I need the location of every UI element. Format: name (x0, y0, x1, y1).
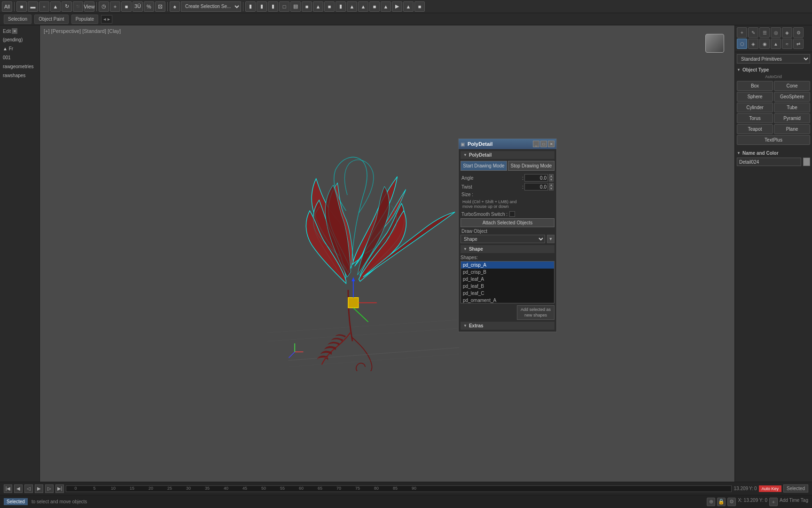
left-item-1[interactable]: ▲ Fr (1, 45, 39, 53)
left-item-2[interactable]: 001 (1, 54, 39, 62)
status-icon-3[interactable]: ⚙ (727, 498, 736, 506)
toolbar-icon-render2[interactable]: ▮ (257, 1, 267, 12)
right-icon-4[interactable]: ▲ (771, 39, 781, 49)
toolbar-icon-snap6[interactable]: ♠ (170, 1, 180, 12)
status-icon-2[interactable]: 🔒 (717, 498, 726, 506)
name-color-header[interactable]: ▼ Name and Color (737, 151, 810, 156)
draw-object-dropdown-btn[interactable]: ▼ (547, 235, 554, 243)
toolbar-icon-snap4[interactable]: 3Ǔ (133, 1, 143, 12)
toolbar-icon-render4[interactable]: □ (279, 1, 289, 12)
object-paint-btn[interactable]: Object Paint (34, 15, 68, 24)
angle-down-btn[interactable]: ▼ (549, 178, 554, 182)
shapes-list[interactable]: pd_crisp_A pd_crisp_B pd_leaf_A pd_leaf_… (461, 261, 554, 303)
box-btn[interactable]: Box (737, 81, 773, 91)
shape-item-5[interactable]: pd_ornament_A (461, 297, 554, 303)
add-shapes-btn[interactable]: Add selected asnew shapes (517, 305, 554, 320)
name-input[interactable] (737, 158, 801, 166)
toolbar-icon-render14[interactable]: ▶ (392, 1, 402, 12)
right-icon-6[interactable]: ⇄ (793, 39, 804, 49)
timeline-track[interactable]: 0 5 10 15 20 25 30 35 40 45 50 55 60 65 … (66, 485, 732, 492)
viewport[interactable]: [+] [Perspective] [Standard] [Clay] (40, 25, 734, 482)
attach-btn[interactable]: Attach Selected Objects (461, 218, 554, 227)
panel-maximize-btn[interactable]: □ (540, 141, 547, 147)
right-icon-hierarchy[interactable]: ☰ (759, 27, 770, 38)
stop-drawing-btn[interactable]: Stop Drawing Mode (508, 161, 554, 171)
toolbar-icon-snap5[interactable]: ⛝ (155, 1, 165, 12)
angle-input[interactable] (524, 174, 548, 182)
teapot-btn[interactable]: Teapot (737, 124, 773, 134)
panel-close-btn[interactable]: ✕ (548, 141, 554, 147)
toolbar-icon-render6[interactable]: ■ (302, 1, 312, 12)
toolbar-icon-percent[interactable]: % (144, 1, 154, 12)
tube-btn[interactable]: Tube (774, 103, 810, 112)
start-drawing-btn[interactable]: Start Drawing Mode (461, 161, 507, 171)
color-swatch[interactable] (803, 158, 810, 166)
sphere-btn[interactable]: Sphere (737, 92, 773, 102)
timeline-frame-back-btn[interactable]: ◁ (24, 484, 33, 493)
geosphere-btn[interactable]: GeoSphere (774, 92, 810, 102)
right-icon-add[interactable]: + (737, 27, 747, 38)
status-icon-add[interactable]: + (769, 498, 778, 506)
plane-btn[interactable]: Plane (774, 124, 810, 134)
toolbar-icon-render7[interactable]: ▲ (313, 1, 323, 12)
right-icon-5[interactable]: ≈ (782, 39, 792, 49)
pd-section-header[interactable]: ▼ PolyDetail (461, 151, 554, 159)
toolbar-icon-snap3[interactable]: ■ (121, 1, 132, 12)
shape-item-1[interactable]: pd_crisp_B (461, 269, 554, 276)
cone-btn[interactable]: Cone (774, 81, 810, 91)
twist-input[interactable] (524, 183, 548, 190)
selection-btn[interactable]: Selection (4, 15, 31, 24)
textplus-btn[interactable]: TextPlus (737, 135, 810, 145)
extras-header[interactable]: ▼ Extras (461, 322, 554, 330)
right-icon-edit[interactable]: ✎ (748, 27, 758, 38)
toolbar-icon-mode4[interactable]: ↻ (62, 1, 72, 12)
toolbar-icon-snap1[interactable]: ◷ (99, 1, 109, 12)
populate-btn[interactable]: Populate (71, 15, 98, 24)
cylinder-btn[interactable]: Cylinder (737, 103, 773, 112)
nav-cube[interactable] (701, 29, 729, 57)
shape-item-4[interactable]: pd_leaf_C (461, 290, 554, 297)
toolbar-icon-render1[interactable]: ▮ (245, 1, 256, 12)
draw-object-select[interactable]: Shape (461, 235, 545, 243)
toolbar-icon-mode1[interactable]: ▬ (28, 1, 38, 12)
shape-item-0[interactable]: pd_crisp_A (461, 262, 554, 269)
right-icon-display[interactable]: ◈ (782, 27, 792, 38)
toolbar-icon-render12[interactable]: ■ (369, 1, 380, 12)
polydetail-titlebar[interactable]: ▣ PolyDetail _ □ ✕ (459, 139, 556, 149)
right-icon-3[interactable]: ◉ (759, 39, 770, 49)
twist-up-btn[interactable]: ▲ (549, 183, 554, 187)
toolbar-icon-render5[interactable]: ▤ (290, 1, 301, 12)
right-icon-active[interactable]: ⬡ (737, 39, 747, 49)
timeline-prev-btn[interactable]: |◀ (4, 484, 12, 493)
shape-item-3[interactable]: pd_leaf_B (461, 283, 554, 290)
left-item-3[interactable]: rawgeometries (1, 63, 39, 71)
turbosmooth-checkbox[interactable] (509, 211, 515, 217)
panel-minimize-btn[interactable]: _ (533, 141, 539, 147)
timeline-play-btn[interactable]: ▶ (35, 484, 43, 493)
toolbar-icon-render8[interactable]: ■ (324, 1, 335, 12)
right-icon-utilities[interactable]: ⚙ (793, 27, 804, 38)
timeline-next-btn[interactable]: ▶| (55, 484, 64, 493)
toolbar-view-label[interactable]: View (84, 1, 94, 12)
right-icon-motion[interactable]: ◎ (771, 27, 781, 38)
twist-down-btn[interactable]: ▼ (549, 187, 554, 190)
right-icon-2[interactable]: ◈ (748, 39, 758, 49)
left-panel-close[interactable]: ✕ (12, 28, 17, 34)
shape-section-header[interactable]: ▼ Shape (461, 245, 554, 253)
angle-up-btn[interactable]: ▲ (549, 174, 554, 178)
object-type-header[interactable]: ▼ Object Type (737, 67, 810, 72)
timeline-play-back-btn[interactable]: ◀ (14, 484, 23, 493)
toolbar-icon-mode2[interactable]: ▫ (39, 1, 49, 12)
timeline-frame-fwd-btn[interactable]: ▷ (45, 484, 54, 493)
toolbar-icon-snap2[interactable]: + (110, 1, 120, 12)
pyramid-btn[interactable]: Pyramid (774, 113, 810, 123)
shape-item-2[interactable]: pd_leaf_A (461, 276, 554, 283)
primitives-dropdown[interactable]: Standard Primitives (737, 54, 810, 64)
viewport-nav[interactable] (701, 29, 729, 57)
create-selection-dropdown[interactable]: Create Selection Se... (181, 1, 241, 12)
toolbar-icon-render13[interactable]: ▲ (381, 1, 391, 12)
toolbar-icon-render10[interactable]: ▲ (347, 1, 357, 12)
toolbar-icon-render11[interactable]: ▲ (358, 1, 368, 12)
toolbar-icon-render9[interactable]: ▮ (336, 1, 346, 12)
auto-key-btn[interactable]: Auto Key (759, 485, 782, 492)
